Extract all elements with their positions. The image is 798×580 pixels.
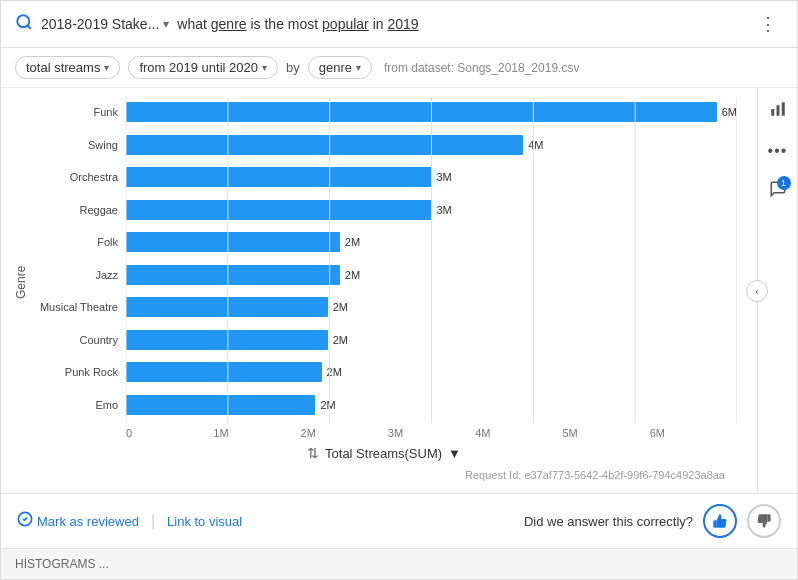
- filter-bar: total streams ▾ from 2019 until 2020 ▾ b…: [1, 48, 797, 88]
- link-visual-link[interactable]: Link to visual: [167, 514, 242, 529]
- bar-value: 2M: [327, 366, 342, 378]
- chevron-down-icon: ▾: [163, 17, 169, 31]
- svg-line-1: [27, 25, 30, 28]
- search-icon: [15, 13, 33, 36]
- date-filter-arrow: ▾: [262, 62, 267, 73]
- bar-fill: [126, 330, 328, 350]
- question-middle: is the most: [247, 16, 322, 32]
- question-popular: popular: [322, 16, 369, 32]
- bar-fill: [126, 102, 717, 122]
- comment-badge: 1: [777, 176, 791, 190]
- more-options-button[interactable]: ⋮: [753, 11, 783, 37]
- more-options-side-icon[interactable]: •••: [764, 138, 792, 164]
- bar-fill: [126, 232, 340, 252]
- bar-label: Jazz: [31, 269, 126, 281]
- question-prefix: what: [177, 16, 210, 32]
- bar-label: Reggae: [31, 204, 126, 216]
- bar-fill: [126, 167, 432, 187]
- bar-value: 2M: [320, 399, 335, 411]
- request-id: Request Id: e37af773-5642-4b2f-99f6-794c…: [11, 467, 737, 483]
- bar-track: 2M: [126, 297, 737, 317]
- bar-fill: [126, 297, 328, 317]
- chart-inner: Genre Funk6MSwing4MOrchestra3MReggae3MFo…: [11, 98, 737, 467]
- svg-point-0: [17, 15, 29, 27]
- genre-filter-label: genre: [319, 60, 352, 75]
- bar-fill: [126, 362, 322, 382]
- footer-left: Mark as reviewed | Link to visual: [17, 511, 242, 531]
- bar-value: 3M: [437, 171, 452, 183]
- table-row: Reggae3M: [31, 196, 737, 224]
- table-row: Punk Rock2M: [31, 358, 737, 386]
- bar-track: 2M: [126, 330, 737, 350]
- x-tick: 4M: [475, 427, 562, 439]
- mark-reviewed-link[interactable]: Mark as reviewed: [37, 514, 139, 529]
- bar-value: 2M: [333, 334, 348, 346]
- table-row: Jazz2M: [31, 261, 737, 289]
- bottom-strip-text: HISTOGRAMS ...: [15, 557, 109, 571]
- question-year: 2019: [387, 16, 418, 32]
- table-row: Country2M: [31, 326, 737, 354]
- bottom-strip: HISTOGRAMS ...: [1, 548, 797, 579]
- table-row: Folk2M: [31, 228, 737, 256]
- footer: Mark as reviewed | Link to visual Did we…: [1, 493, 797, 548]
- date-filter-label: from 2019 until 2020: [139, 60, 258, 75]
- chart-view-icon[interactable]: [765, 96, 791, 126]
- genre-filter-arrow: ▾: [356, 62, 361, 73]
- table-row: Swing4M: [31, 131, 737, 159]
- genre-filter[interactable]: genre ▾: [308, 56, 372, 79]
- bars-area: Funk6MSwing4MOrchestra3MReggae3MFolk2MJa…: [31, 98, 737, 423]
- bar-label: Emo: [31, 399, 126, 411]
- question-suffix: in: [369, 16, 388, 32]
- bar-value: 4M: [528, 139, 543, 151]
- x-tick: 5M: [562, 427, 649, 439]
- bar-value: 6M: [722, 106, 737, 118]
- y-axis-label: Genre: [11, 98, 31, 467]
- x-tick: 3M: [388, 427, 475, 439]
- date-filter[interactable]: from 2019 until 2020 ▾: [128, 56, 278, 79]
- table-row: Musical Theatre2M: [31, 293, 737, 321]
- header: 2018-2019 Stake... ▾ what genre is the m…: [1, 1, 797, 48]
- chart-plot: Funk6MSwing4MOrchestra3MReggae3MFolk2MJa…: [31, 98, 737, 467]
- bar-label: Funk: [31, 106, 126, 118]
- bar-fill: [126, 265, 340, 285]
- thumbs-down-button[interactable]: [747, 504, 781, 538]
- by-label: by: [286, 60, 300, 75]
- bar-label: Country: [31, 334, 126, 346]
- bar-value: 2M: [345, 269, 360, 281]
- streams-filter-arrow: ▾: [104, 62, 109, 73]
- bar-label: Swing: [31, 139, 126, 151]
- chart-wrapper: Genre Funk6MSwing4MOrchestra3MReggae3MFo…: [1, 88, 797, 493]
- sort-icon: ⇅: [307, 445, 319, 461]
- sort-arrow: ▼: [448, 446, 461, 461]
- table-row: Emo2M: [31, 391, 737, 419]
- bar-label: Musical Theatre: [31, 301, 126, 313]
- table-row: Funk6M: [31, 98, 737, 126]
- bar-label: Orchestra: [31, 171, 126, 183]
- sort-label[interactable]: ⇅ Total Streams(SUM) ▼: [31, 439, 737, 467]
- svg-rect-11: [781, 102, 784, 116]
- breadcrumb: 2018-2019 Stake... ▾: [41, 16, 169, 32]
- bar-track: 2M: [126, 265, 737, 285]
- bar-track: 3M: [126, 200, 737, 220]
- bar-label: Folk: [31, 236, 126, 248]
- bar-track: 6M: [126, 102, 737, 122]
- svg-rect-10: [776, 105, 779, 116]
- svg-rect-9: [771, 109, 774, 116]
- breadcrumb-title: 2018-2019 Stake...: [41, 16, 159, 32]
- header-question: what genre is the most popular in 2019: [177, 16, 745, 32]
- bar-value: 2M: [333, 301, 348, 313]
- bar-label: Punk Rock: [31, 366, 126, 378]
- side-panel: ‹ ••• 1: [757, 88, 797, 493]
- collapse-button[interactable]: ‹: [746, 280, 768, 302]
- x-tick: 1M: [213, 427, 300, 439]
- footer-right: Did we answer this correctly?: [524, 504, 781, 538]
- check-icon: [17, 511, 33, 531]
- main-container: 2018-2019 Stake... ▾ what genre is the m…: [0, 0, 798, 580]
- table-row: Orchestra3M: [31, 163, 737, 191]
- bar-track: 2M: [126, 232, 737, 252]
- chart-container: Genre Funk6MSwing4MOrchestra3MReggae3MFo…: [1, 88, 757, 493]
- streams-filter[interactable]: total streams ▾: [15, 56, 120, 79]
- thumbs-up-button[interactable]: [703, 504, 737, 538]
- sort-text: Total Streams(SUM): [325, 446, 442, 461]
- comment-icon[interactable]: 1: [765, 176, 791, 206]
